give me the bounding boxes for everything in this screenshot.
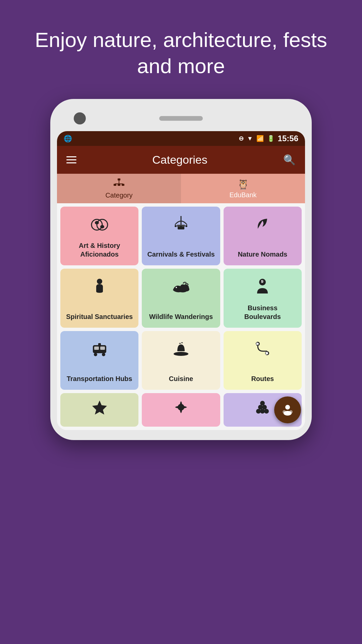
menu-button[interactable] bbox=[66, 156, 76, 163]
phone-frame: 🌐 ⊖ ▼ 📶 🔋 15:56 Categories 🔍 bbox=[50, 99, 312, 440]
svg-point-41 bbox=[260, 401, 265, 406]
signal-icon: 📶 bbox=[256, 135, 264, 142]
svg-point-25 bbox=[94, 353, 97, 356]
category-card-wildlife[interactable]: Wildlife Wanderings bbox=[142, 269, 220, 328]
svg-text:A: A bbox=[256, 342, 258, 346]
edubank-tab-label: EduBank bbox=[229, 191, 256, 199]
category-card-spiritual[interactable]: Spiritual Sanctuaries bbox=[60, 269, 138, 328]
svg-rect-24 bbox=[100, 346, 105, 350]
routes-label: Routes bbox=[251, 374, 274, 383]
category-card-business[interactable]: $Business Boulevards bbox=[224, 269, 302, 328]
cuisine-label: Cuisine bbox=[169, 374, 193, 383]
partial-category-icon-1 bbox=[174, 400, 188, 418]
spiritual-icon bbox=[93, 278, 106, 298]
clock: 15:56 bbox=[278, 134, 298, 143]
nature-nomads-label: Nature Nomads bbox=[238, 250, 287, 259]
partial-category-icon-0 bbox=[92, 400, 107, 418]
svg-rect-27 bbox=[98, 343, 101, 346]
carnivals-label: Carnivals & Festivals bbox=[147, 250, 215, 259]
category-tab-label: Category bbox=[105, 192, 132, 199]
art-history-icon bbox=[91, 216, 108, 236]
front-camera bbox=[74, 112, 86, 124]
svg-point-38 bbox=[264, 409, 269, 414]
category-card-cuisine[interactable]: Cuisine bbox=[142, 331, 220, 390]
spiritual-label: Spiritual Sanctuaries bbox=[66, 312, 133, 321]
svg-point-13 bbox=[175, 225, 177, 227]
category-card-nature-nomads[interactable]: Nature Nomads bbox=[224, 207, 302, 265]
svg-point-8 bbox=[95, 221, 99, 224]
svg-point-45 bbox=[289, 410, 293, 414]
nature-nomads-icon bbox=[254, 216, 270, 236]
business-label: Business Boulevards bbox=[229, 304, 296, 321]
routes-icon: AB bbox=[254, 340, 271, 361]
svg-text:B: B bbox=[265, 352, 268, 355]
svg-rect-0 bbox=[118, 178, 120, 180]
svg-point-28 bbox=[174, 352, 188, 356]
status-bar: 🌐 ⊖ ▼ 📶 🔋 15:56 bbox=[57, 131, 305, 146]
wildlife-icon bbox=[172, 278, 190, 298]
partial-category-card-1[interactable] bbox=[142, 393, 220, 427]
battery-icon: 🔋 bbox=[267, 135, 275, 142]
svg-point-36 bbox=[256, 409, 261, 414]
cuisine-icon bbox=[173, 340, 189, 361]
svg-point-17 bbox=[176, 287, 177, 288]
transportation-label: Transportation Hubs bbox=[67, 374, 132, 383]
partial-category-card-0[interactable] bbox=[60, 393, 138, 427]
svg-point-37 bbox=[260, 409, 265, 414]
svg-rect-23 bbox=[94, 346, 99, 350]
tab-bar: Category 🦉 EduBank bbox=[57, 174, 305, 203]
tab-edubank[interactable]: 🦉 EduBank bbox=[181, 174, 305, 203]
art-history-label: Art & History Aficionados bbox=[66, 241, 133, 259]
svg-point-40 bbox=[262, 405, 267, 410]
app-indicator-icon: 🌐 bbox=[64, 135, 72, 143]
category-card-carnivals[interactable]: Carnivals & Festivals bbox=[142, 207, 220, 265]
do-not-disturb-icon: ⊖ bbox=[239, 135, 244, 142]
svg-point-14 bbox=[185, 225, 187, 227]
profile-fab[interactable] bbox=[274, 396, 301, 423]
svg-point-26 bbox=[102, 353, 105, 356]
phone-speaker bbox=[159, 116, 203, 121]
category-card-transportation[interactable]: Transportation Hubs bbox=[60, 331, 138, 390]
search-button[interactable]: 🔍 bbox=[283, 154, 296, 166]
wifi-icon: ▼ bbox=[247, 135, 253, 142]
svg-point-44 bbox=[283, 410, 286, 414]
partial-category-icon-2 bbox=[255, 400, 270, 418]
categories-grid: Art & History AficionadosCarnivals & Fes… bbox=[57, 203, 305, 393]
page-title: Categories bbox=[152, 153, 207, 166]
phone-screen: 🌐 ⊖ ▼ 📶 🔋 15:56 Categories 🔍 bbox=[57, 131, 305, 430]
category-tab-icon bbox=[114, 178, 124, 190]
svg-point-15 bbox=[180, 226, 182, 228]
svg-text:$: $ bbox=[261, 280, 263, 283]
svg-point-16 bbox=[97, 279, 102, 284]
edubank-tab-icon: 🦉 bbox=[237, 179, 249, 190]
carnivals-icon bbox=[172, 216, 190, 236]
svg-point-39 bbox=[258, 405, 263, 410]
hero-text: Enjoy nature, architecture, fests and mo… bbox=[0, 0, 362, 99]
business-icon: $ bbox=[255, 278, 270, 299]
category-card-routes[interactable]: ABRoutes bbox=[224, 331, 302, 390]
tab-category[interactable]: Category bbox=[57, 174, 181, 203]
toolbar: Categories 🔍 bbox=[57, 146, 305, 174]
partial-categories-row bbox=[57, 393, 305, 430]
category-card-art-history[interactable]: Art & History Aficionados bbox=[60, 207, 138, 265]
svg-point-9 bbox=[100, 225, 104, 228]
transportation-icon bbox=[91, 340, 108, 361]
wildlife-label: Wildlife Wanderings bbox=[149, 312, 213, 321]
svg-point-42 bbox=[285, 405, 290, 410]
